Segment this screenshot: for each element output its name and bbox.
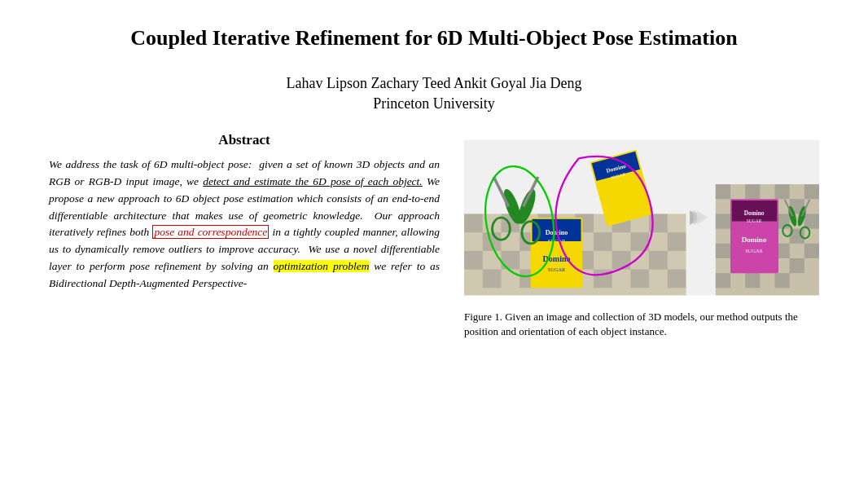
page: Coupled Iterative Refinement for 6D Mult… <box>0 0 868 489</box>
svg-rect-19 <box>649 251 668 270</box>
svg-rect-66 <box>716 273 730 288</box>
svg-text:SUGAR: SUGAR <box>548 267 566 272</box>
svg-rect-47 <box>775 184 790 199</box>
svg-text:SUGAR: SUGAR <box>745 247 763 253</box>
svg-rect-18 <box>612 251 631 270</box>
svg-rect-20 <box>483 269 502 288</box>
svg-rect-68 <box>775 273 790 288</box>
svg-rect-67 <box>745 273 760 288</box>
svg-rect-59 <box>716 244 730 258</box>
svg-rect-52 <box>716 214 730 228</box>
figure-caption: Figure 1. Given an image and collection … <box>464 310 819 339</box>
svg-rect-45 <box>716 184 730 199</box>
yellow-highlight-phrase: optimization problem <box>274 260 370 272</box>
svg-rect-8 <box>483 232 502 251</box>
figure-section: Domino SUGAR Domino SUGAR Domino SUGAR <box>464 132 819 473</box>
svg-rect-55 <box>804 214 819 228</box>
abstract-heading: Abstract <box>49 132 440 148</box>
figure-svg: Domino SUGAR Domino SUGAR Domino SUGAR <box>464 132 819 303</box>
title-section: Coupled Iterative Refinement for 6D Mult… <box>49 24 819 52</box>
figure-caption-text: Figure 1. Given an image and collection … <box>464 311 798 337</box>
svg-rect-25 <box>668 269 686 288</box>
svg-rect-48 <box>804 184 819 199</box>
svg-rect-46 <box>745 184 760 199</box>
svg-text:Domino: Domino <box>742 236 767 244</box>
authors-line: Lahav Lipson Zachary Teed Ankit Goyal Ji… <box>49 75 819 92</box>
svg-rect-14 <box>464 251 483 270</box>
svg-rect-65 <box>790 258 804 273</box>
abstract-body: We address the task of 6D multi-object p… <box>49 156 440 293</box>
paper-title: Coupled Iterative Refinement for 6D Mult… <box>49 24 819 52</box>
svg-text:SUGAR: SUGAR <box>747 218 762 223</box>
figure-image-area: Domino SUGAR Domino SUGAR Domino SUGAR <box>464 132 819 303</box>
svg-rect-2 <box>464 214 483 232</box>
red-highlight-phrase: pose and correspondence <box>152 225 269 239</box>
underline-phrase: detect and estimate the 6D pose of each … <box>203 175 422 187</box>
abstract-section: Abstract We address the task of 6D multi… <box>49 132 440 473</box>
authors-section: Lahav Lipson Zachary Teed Ankit Goyal Ji… <box>49 75 819 112</box>
svg-rect-15 <box>501 251 519 270</box>
svg-rect-62 <box>804 244 819 258</box>
affiliation-line: Princeton University <box>49 95 819 112</box>
content-area: Abstract We address the task of 6D multi… <box>49 132 819 473</box>
svg-rect-13 <box>668 232 686 251</box>
svg-rect-11 <box>594 232 612 251</box>
svg-text:Domino: Domino <box>744 210 765 217</box>
svg-rect-24 <box>630 269 649 288</box>
